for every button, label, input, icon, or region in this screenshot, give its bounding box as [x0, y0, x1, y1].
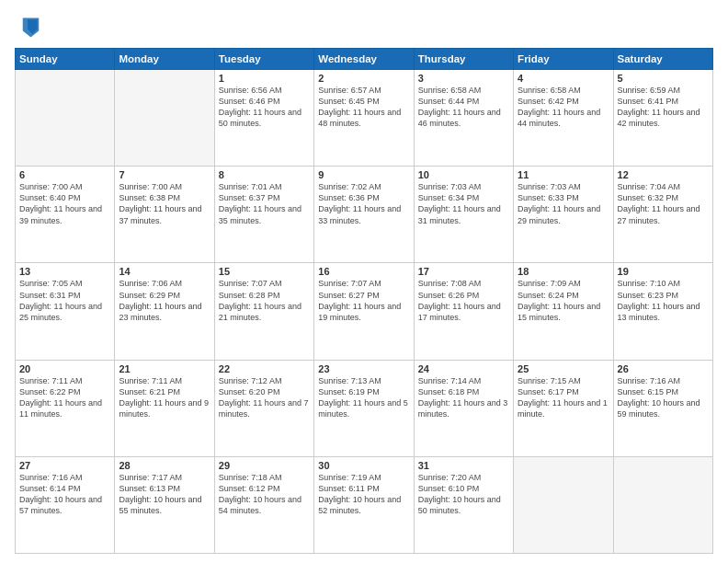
- calendar-cell: 13Sunrise: 7:05 AM Sunset: 6:31 PM Dayli…: [16, 263, 115, 360]
- calendar-cell: [16, 70, 115, 167]
- calendar-header-saturday: Saturday: [613, 49, 712, 70]
- day-number: 5: [618, 73, 709, 84]
- page: SundayMondayTuesdayWednesdayThursdayFrid…: [0, 0, 728, 563]
- calendar-cell: 23Sunrise: 7:13 AM Sunset: 6:19 PM Dayli…: [314, 360, 414, 456]
- calendar-cell: 18Sunrise: 7:09 AM Sunset: 6:24 PM Dayli…: [514, 263, 613, 360]
- calendar-header-thursday: Thursday: [414, 49, 513, 70]
- calendar-table: SundayMondayTuesdayWednesdayThursdayFrid…: [15, 48, 713, 554]
- calendar-week-0: 1Sunrise: 6:56 AM Sunset: 6:46 PM Daylig…: [16, 70, 713, 167]
- day-number: 8: [219, 169, 310, 180]
- calendar-header-sunday: Sunday: [16, 49, 115, 70]
- day-number: 16: [318, 266, 409, 277]
- day-info: Sunrise: 7:03 AM Sunset: 6:34 PM Dayligh…: [418, 181, 509, 226]
- calendar-cell: 27Sunrise: 7:16 AM Sunset: 6:14 PM Dayli…: [16, 456, 115, 553]
- day-number: 4: [518, 73, 609, 84]
- calendar-cell: 2Sunrise: 6:57 AM Sunset: 6:45 PM Daylig…: [314, 70, 414, 167]
- day-info: Sunrise: 7:19 AM Sunset: 6:11 PM Dayligh…: [318, 472, 409, 517]
- day-number: 7: [119, 169, 210, 180]
- day-number: 18: [518, 266, 609, 277]
- calendar-cell: [613, 456, 712, 553]
- day-info: Sunrise: 7:11 AM Sunset: 6:22 PM Dayligh…: [19, 375, 110, 420]
- calendar-cell: 6Sunrise: 7:00 AM Sunset: 6:40 PM Daylig…: [16, 167, 115, 263]
- day-info: Sunrise: 6:59 AM Sunset: 6:41 PM Dayligh…: [618, 85, 709, 130]
- day-number: 29: [219, 460, 310, 471]
- calendar-cell: 11Sunrise: 7:03 AM Sunset: 6:33 PM Dayli…: [514, 167, 613, 263]
- day-info: Sunrise: 7:02 AM Sunset: 6:36 PM Dayligh…: [318, 181, 409, 226]
- calendar-cell: 15Sunrise: 7:07 AM Sunset: 6:28 PM Dayli…: [214, 263, 313, 360]
- calendar-week-2: 13Sunrise: 7:05 AM Sunset: 6:31 PM Dayli…: [16, 263, 713, 360]
- day-info: Sunrise: 7:08 AM Sunset: 6:26 PM Dayligh…: [418, 278, 509, 323]
- calendar-cell: 29Sunrise: 7:18 AM Sunset: 6:12 PM Dayli…: [214, 456, 313, 553]
- calendar-cell: 7Sunrise: 7:00 AM Sunset: 6:38 PM Daylig…: [115, 167, 214, 263]
- calendar-cell: 21Sunrise: 7:11 AM Sunset: 6:21 PM Dayli…: [115, 360, 214, 456]
- day-info: Sunrise: 6:58 AM Sunset: 6:42 PM Dayligh…: [518, 85, 609, 130]
- day-info: Sunrise: 6:56 AM Sunset: 6:46 PM Dayligh…: [219, 85, 310, 130]
- day-number: 3: [418, 73, 509, 84]
- day-info: Sunrise: 7:05 AM Sunset: 6:31 PM Dayligh…: [19, 278, 110, 323]
- day-number: 17: [418, 266, 509, 277]
- calendar-header-row: SundayMondayTuesdayWednesdayThursdayFrid…: [16, 49, 713, 70]
- calendar-cell: 24Sunrise: 7:14 AM Sunset: 6:18 PM Dayli…: [414, 360, 513, 456]
- calendar-cell: 30Sunrise: 7:19 AM Sunset: 6:11 PM Dayli…: [314, 456, 414, 553]
- day-info: Sunrise: 7:07 AM Sunset: 6:27 PM Dayligh…: [318, 278, 409, 323]
- day-number: 20: [19, 363, 110, 374]
- day-number: 27: [19, 460, 110, 471]
- header: [15, 15, 713, 40]
- day-info: Sunrise: 7:07 AM Sunset: 6:28 PM Dayligh…: [219, 278, 310, 323]
- calendar-cell: 25Sunrise: 7:15 AM Sunset: 6:17 PM Dayli…: [514, 360, 613, 456]
- day-number: 2: [318, 73, 409, 84]
- calendar-cell: 16Sunrise: 7:07 AM Sunset: 6:27 PM Dayli…: [314, 263, 414, 360]
- day-number: 23: [318, 363, 409, 374]
- calendar-cell: 14Sunrise: 7:06 AM Sunset: 6:29 PM Dayli…: [115, 263, 214, 360]
- calendar-cell: 28Sunrise: 7:17 AM Sunset: 6:13 PM Dayli…: [115, 456, 214, 553]
- day-info: Sunrise: 7:20 AM Sunset: 6:10 PM Dayligh…: [418, 472, 509, 517]
- day-info: Sunrise: 7:16 AM Sunset: 6:15 PM Dayligh…: [618, 375, 709, 420]
- day-number: 15: [219, 266, 310, 277]
- day-number: 10: [418, 169, 509, 180]
- day-info: Sunrise: 7:10 AM Sunset: 6:23 PM Dayligh…: [618, 278, 709, 323]
- day-info: Sunrise: 7:00 AM Sunset: 6:40 PM Dayligh…: [19, 181, 110, 226]
- calendar-week-1: 6Sunrise: 7:00 AM Sunset: 6:40 PM Daylig…: [16, 167, 713, 263]
- logo: [15, 15, 44, 40]
- day-info: Sunrise: 7:04 AM Sunset: 6:32 PM Dayligh…: [618, 181, 709, 226]
- day-info: Sunrise: 7:09 AM Sunset: 6:24 PM Dayligh…: [518, 278, 609, 323]
- day-number: 11: [518, 169, 609, 180]
- day-number: 25: [518, 363, 609, 374]
- day-number: 21: [119, 363, 210, 374]
- day-number: 13: [19, 266, 110, 277]
- calendar-header-wednesday: Wednesday: [314, 49, 414, 70]
- calendar-cell: 17Sunrise: 7:08 AM Sunset: 6:26 PM Dayli…: [414, 263, 513, 360]
- calendar-cell: 12Sunrise: 7:04 AM Sunset: 6:32 PM Dayli…: [613, 167, 712, 263]
- logo-icon: [15, 15, 40, 40]
- day-info: Sunrise: 7:01 AM Sunset: 6:37 PM Dayligh…: [219, 181, 310, 226]
- calendar-cell: 1Sunrise: 6:56 AM Sunset: 6:46 PM Daylig…: [214, 70, 313, 167]
- calendar-cell: 19Sunrise: 7:10 AM Sunset: 6:23 PM Dayli…: [613, 263, 712, 360]
- calendar-header-monday: Monday: [115, 49, 214, 70]
- day-number: 6: [19, 169, 110, 180]
- calendar-cell: 8Sunrise: 7:01 AM Sunset: 6:37 PM Daylig…: [214, 167, 313, 263]
- day-number: 24: [418, 363, 509, 374]
- calendar-header-friday: Friday: [514, 49, 613, 70]
- day-info: Sunrise: 6:57 AM Sunset: 6:45 PM Dayligh…: [318, 85, 409, 130]
- day-number: 30: [318, 460, 409, 471]
- day-info: Sunrise: 6:58 AM Sunset: 6:44 PM Dayligh…: [418, 85, 509, 130]
- day-info: Sunrise: 7:12 AM Sunset: 6:20 PM Dayligh…: [219, 375, 310, 420]
- day-info: Sunrise: 7:06 AM Sunset: 6:29 PM Dayligh…: [119, 278, 210, 323]
- day-number: 31: [418, 460, 509, 471]
- calendar-cell: 9Sunrise: 7:02 AM Sunset: 6:36 PM Daylig…: [314, 167, 414, 263]
- calendar-cell: 5Sunrise: 6:59 AM Sunset: 6:41 PM Daylig…: [613, 70, 712, 167]
- calendar-cell: 26Sunrise: 7:16 AM Sunset: 6:15 PM Dayli…: [613, 360, 712, 456]
- day-info: Sunrise: 7:11 AM Sunset: 6:21 PM Dayligh…: [119, 375, 210, 420]
- calendar-week-3: 20Sunrise: 7:11 AM Sunset: 6:22 PM Dayli…: [16, 360, 713, 456]
- calendar-cell: 22Sunrise: 7:12 AM Sunset: 6:20 PM Dayli…: [214, 360, 313, 456]
- day-number: 9: [318, 169, 409, 180]
- calendar-cell: 3Sunrise: 6:58 AM Sunset: 6:44 PM Daylig…: [414, 70, 513, 167]
- day-number: 26: [618, 363, 709, 374]
- calendar-week-4: 27Sunrise: 7:16 AM Sunset: 6:14 PM Dayli…: [16, 456, 713, 553]
- day-info: Sunrise: 7:17 AM Sunset: 6:13 PM Dayligh…: [119, 472, 210, 517]
- calendar-cell: [514, 456, 613, 553]
- day-info: Sunrise: 7:13 AM Sunset: 6:19 PM Dayligh…: [318, 375, 409, 420]
- day-number: 28: [119, 460, 210, 471]
- day-info: Sunrise: 7:16 AM Sunset: 6:14 PM Dayligh…: [19, 472, 110, 517]
- day-number: 22: [219, 363, 310, 374]
